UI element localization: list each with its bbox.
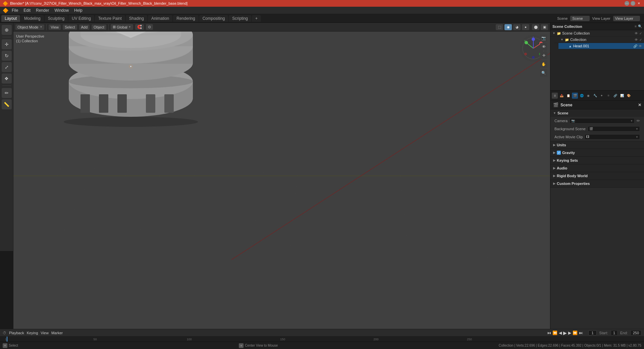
tab-animation[interactable]: Animation [148,15,172,22]
world-props-tab[interactable]: 🌐 [579,93,585,99]
outliner-item-head001[interactable]: ▲ Head.001 🔗 👁 [558,43,644,49]
annotate-tool-button[interactable]: ✏ [2,88,12,98]
particle-props-tab[interactable]: ✦ [599,93,605,99]
tab-uv-editing[interactable]: UV Editing [68,15,94,22]
scene-props-tab[interactable]: 🎬 [572,93,578,99]
search-icon[interactable]: 🔍 [638,24,642,28]
menu-edit[interactable]: Edit [21,7,33,13]
physics-props-tab[interactable]: ⚛ [605,93,611,99]
tab-add[interactable]: + [252,15,261,22]
camera-selector[interactable]: 📷 ▼ [570,118,635,123]
rotate-tool-button[interactable]: ↻ [2,51,12,61]
filter-icon[interactable]: ≡ [635,24,637,28]
outliner-item-scene-collection[interactable]: ▼ 📁 Scene Collection 👁 ✓ [550,30,644,37]
data-props-tab[interactable]: 📊 [619,93,625,99]
solid-mode-button[interactable]: ◉ [504,24,512,30]
zoom-icon[interactable]: 🔍 [540,69,547,77]
window-controls[interactable]: — □ ✕ [625,1,641,6]
tab-shading[interactable]: Shading [126,15,147,22]
output-props-tab[interactable]: 📤 [558,93,565,99]
end-frame-input[interactable]: 250 [631,330,641,336]
select-menu[interactable]: Select [63,24,77,30]
gravity-checkbox[interactable]: ✓ [557,151,561,155]
tab-layout[interactable]: Layout [1,15,20,22]
transform-gizmo-icon[interactable]: ✛ [540,52,547,59]
view-layer-selector[interactable]: View Layer [613,16,640,21]
keying-menu[interactable]: Keying [27,331,38,335]
head001-visibility-icon[interactable]: 👁 [639,44,642,48]
prev-frame-button[interactable]: ◀ [559,331,562,335]
audio-section-header[interactable]: ▶ Audio [550,164,644,172]
object-props-tab[interactable]: ◉ [585,93,591,99]
cursor-tool-button[interactable]: ⊕ [2,25,12,35]
xray-button[interactable]: ▣ [541,24,548,30]
units-section-header[interactable]: ▶ Units [550,141,644,149]
scene-subsection-header[interactable]: ▼ Scene [550,109,644,117]
maximize-button[interactable]: □ [631,1,635,6]
transform-tool-button[interactable]: ❖ [2,73,12,84]
visibility-icon[interactable]: 👁 [635,32,638,35]
bg-scene-selector[interactable]: 🎬 ▼ [588,126,640,132]
play-button[interactable]: ▶ [563,330,567,336]
menu-window[interactable]: Window [52,7,71,13]
marker-menu[interactable]: Marker [51,331,63,335]
tab-compositing[interactable]: Compositing [199,15,228,22]
tab-sculpting[interactable]: Sculpting [45,15,68,22]
jump-start-button[interactable]: ⏮ [547,331,551,335]
constraint-props-tab[interactable]: 🔗 [612,93,618,99]
measure-tool-button[interactable]: 📏 [2,99,12,109]
collection-visibility-icon[interactable]: 👁 [635,38,638,42]
camera-pick-button[interactable]: ✏ [637,118,640,123]
gravity-section-header[interactable]: ▶ ✓ Gravity [550,149,644,156]
playback-menu[interactable]: Playback [9,331,24,335]
viewport-3d[interactable]: User Perspective (1) Collection X Y Z 📷 … [13,32,550,329]
render-props-tab[interactable]: 🖥 [552,93,558,99]
view-menu[interactable]: View [49,24,61,30]
blender-menu-icon[interactable]: 🔶 [3,8,8,13]
collection-exclude-icon[interactable]: ✓ [639,38,642,42]
view-options-icon[interactable]: 👁 [540,43,547,50]
rendered-mode-button[interactable]: ● [522,24,529,30]
movie-clip-selector[interactable]: 🎞 ▼ [585,134,640,140]
view-layer-props-tab[interactable]: 📋 [565,93,571,99]
tab-scripting[interactable]: Scripting [229,15,251,22]
props-header-close[interactable]: ✕ [638,103,641,107]
move-tool-button[interactable]: ✛ [2,39,12,49]
keying-sets-header[interactable]: ▶ Keying Sets [550,157,644,164]
rigid-body-section-header[interactable]: ▶ Rigid Body World [550,172,644,180]
material-props-tab[interactable]: 🎨 [626,93,632,99]
camera-view-icon[interactable]: 📷 [540,34,547,42]
timeline-view-menu[interactable]: View [41,331,49,335]
jump-end-button[interactable]: ⏭ [579,331,583,335]
timeline-ruler[interactable]: 1 50 100 150 200 250 [0,337,644,342]
minimize-button[interactable]: — [625,1,629,6]
wireframe-mode-button[interactable]: ⬚ [496,24,503,30]
exclude-icon[interactable]: ✓ [639,32,642,35]
frame-number[interactable]: 1 [588,330,596,336]
transform-space-selector[interactable]: ⊞ Global ▼ [111,24,133,30]
overlay-button[interactable]: ⬤ [532,24,539,30]
tab-texture-paint[interactable]: Texture Paint [95,15,125,22]
menu-file[interactable]: File [10,7,20,13]
outliner-item-collection[interactable]: ▼ 📁 Collection 👁 ✓ [554,37,644,43]
head001-constraint-icon[interactable]: 🔗 [633,44,637,48]
add-menu[interactable]: Add [79,24,90,30]
prev-keyframe-button[interactable]: ⏪ [552,331,557,335]
object-mode-selector[interactable]: Object Mode ▼ [15,24,44,30]
close-button[interactable]: ✕ [637,1,641,6]
tab-modeling[interactable]: Modeling [21,15,44,22]
scale-tool-button[interactable]: ⤢ [2,62,12,72]
menu-help[interactable]: Help [72,7,85,13]
pan-icon[interactable]: ✋ [540,60,547,68]
object-menu[interactable]: Object [92,24,106,30]
next-frame-button[interactable]: ▶ [568,331,571,335]
custom-properties-header[interactable]: ▶ Custom Properties [550,180,644,187]
menu-render[interactable]: Render [34,7,51,13]
modifier-props-tab[interactable]: 🔧 [592,93,598,99]
proportional-button[interactable]: ⊙ [146,24,153,30]
tab-rendering[interactable]: Rendering [173,15,198,22]
material-preview-button[interactable]: ◕ [513,24,521,30]
next-keyframe-button[interactable]: ⏩ [573,331,578,335]
scene-selector[interactable]: Scene [570,16,589,21]
start-frame-input[interactable]: 1 [611,330,618,336]
